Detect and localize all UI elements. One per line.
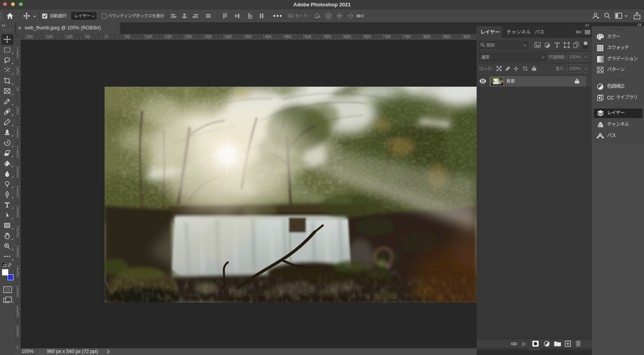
svg-text:100: 100	[16, 127, 19, 139]
svg-text:300: 300	[16, 207, 19, 218]
svg-text:700: 700	[384, 35, 391, 39]
svg-text:100: 100	[66, 35, 73, 39]
svg-text:450: 450	[16, 266, 19, 278]
svg-text:350: 350	[16, 227, 19, 238]
svg-text:850: 850	[444, 35, 450, 39]
svg-text:100: 100	[145, 35, 152, 39]
svg-text:150: 150	[165, 35, 172, 39]
svg-text:750: 750	[404, 35, 411, 39]
svg-text:100: 100	[16, 48, 19, 59]
svg-text:550: 550	[324, 35, 331, 39]
svg-text:500: 500	[16, 286, 19, 298]
svg-text:400: 400	[265, 35, 272, 39]
svg-text:400: 400	[16, 246, 19, 258]
svg-text:50: 50	[16, 68, 19, 76]
svg-text:550: 550	[16, 306, 19, 318]
svg-text:900: 900	[464, 35, 470, 39]
svg-text:fx: fx	[522, 341, 526, 347]
svg-text:350: 350	[245, 35, 252, 39]
svg-text:650: 650	[364, 35, 371, 39]
svg-text:600: 600	[16, 326, 19, 338]
svg-text:600: 600	[344, 35, 351, 39]
svg-text:200: 200	[185, 35, 192, 39]
svg-text:150: 150	[46, 35, 53, 39]
svg-text:300: 300	[225, 35, 232, 39]
svg-text:0: 0	[16, 87, 19, 92]
svg-text:50: 50	[126, 35, 130, 39]
svg-text:450: 450	[285, 35, 291, 39]
svg-text:250: 250	[16, 187, 19, 198]
svg-text:50: 50	[16, 107, 19, 115]
svg-text:800: 800	[424, 35, 431, 39]
svg-text:500: 500	[305, 35, 311, 39]
svg-text:250: 250	[205, 35, 212, 39]
svg-text:200: 200	[16, 167, 19, 178]
svg-text:200: 200	[26, 35, 33, 39]
svg-text:50: 50	[86, 35, 91, 39]
svg-text:0: 0	[106, 35, 108, 39]
svg-text:150: 150	[16, 147, 19, 159]
